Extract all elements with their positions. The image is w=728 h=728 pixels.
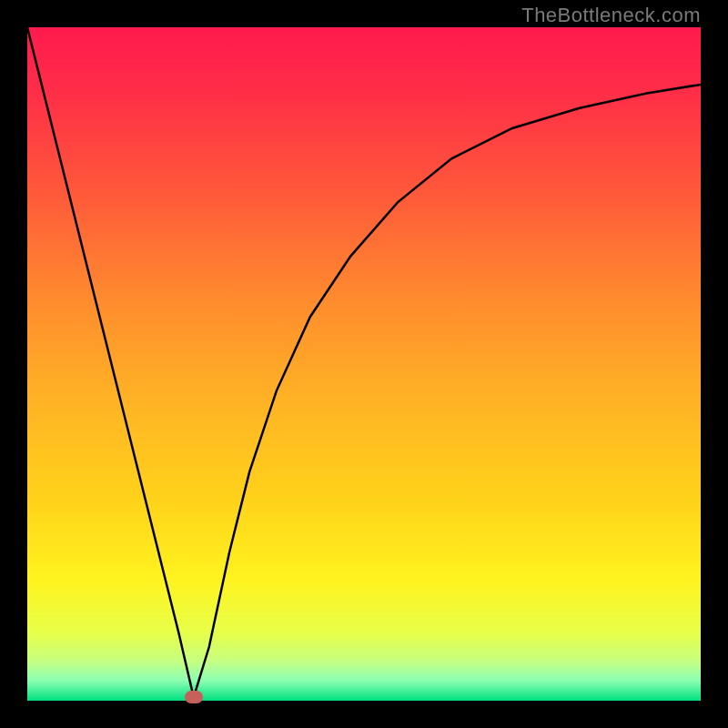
plot-frame: [27, 27, 701, 701]
watermark-text: TheBottleneck.com: [521, 4, 701, 27]
optimum-marker: [185, 691, 203, 703]
chart-canvas: [27, 27, 701, 701]
gradient-background: [27, 27, 701, 701]
